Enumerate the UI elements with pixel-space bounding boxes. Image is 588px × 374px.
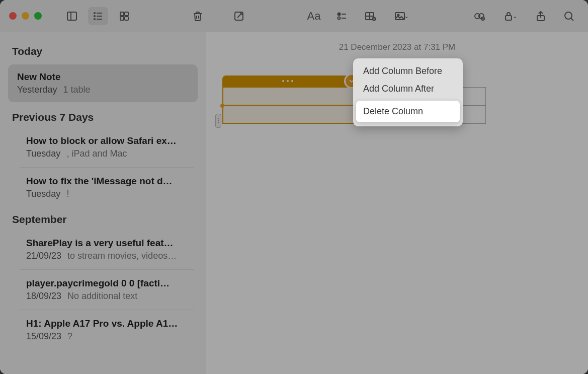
menu-item-add-column-after[interactable]: Add Column After xyxy=(353,80,463,98)
svg-point-4 xyxy=(94,16,95,17)
svg-point-2 xyxy=(94,13,95,14)
svg-point-30 xyxy=(565,12,572,19)
row-resize-dot[interactable] xyxy=(220,104,224,108)
note-timestamp: 21 December 2023 at 7:31 PM xyxy=(206,42,588,52)
main-content: Today New Note Yesterday 1 table Previou… xyxy=(0,32,588,374)
checklist-icon xyxy=(336,10,348,22)
notes-app-window: Aa ⌄ ⌄ xyxy=(0,0,588,374)
grid-icon xyxy=(118,10,130,22)
search-icon xyxy=(563,10,575,22)
note-meta: Yesterday 1 table xyxy=(17,85,189,95)
new-note-button[interactable] xyxy=(229,7,249,25)
minimize-window-button[interactable] xyxy=(22,12,29,20)
window-controls xyxy=(9,12,42,20)
svg-rect-8 xyxy=(120,12,124,16)
media-button[interactable]: ⌄ xyxy=(388,7,414,25)
link-icon xyxy=(473,10,485,22)
delete-note-button[interactable] xyxy=(188,7,208,25)
toolbar: Aa ⌄ ⌄ xyxy=(0,0,588,32)
share-icon xyxy=(535,10,547,22)
list-view-button[interactable] xyxy=(88,7,108,25)
chevron-down-icon: ⌄ xyxy=(513,13,518,20)
svg-rect-28 xyxy=(506,16,512,20)
close-window-button[interactable] xyxy=(9,12,17,20)
search-button[interactable] xyxy=(559,7,579,25)
note-card-selected[interactable]: New Note Yesterday 1 table xyxy=(8,64,198,102)
format-button[interactable]: Aa xyxy=(304,7,324,25)
chevron-down-icon: ⌄ xyxy=(404,13,409,20)
note-row[interactable]: How to block or allow Safari ex… Tuesday… xyxy=(20,127,194,168)
grid-view-button[interactable] xyxy=(114,7,134,25)
note-title: New Note xyxy=(17,71,189,83)
row-handle[interactable] xyxy=(215,114,221,128)
section-header-september: September xyxy=(0,207,206,230)
note-row[interactable]: How to fix the 'iMessage not d… Tuesday! xyxy=(20,168,194,207)
column-selection-handle[interactable] xyxy=(222,76,353,87)
note-row[interactable]: H1: Apple A17 Pro vs. Apple A1… 15/09/23… xyxy=(20,310,194,350)
section-header-previous: Previous 7 Days xyxy=(0,105,206,127)
svg-point-6 xyxy=(94,19,95,20)
trash-icon xyxy=(192,10,204,22)
list-icon xyxy=(92,10,104,22)
link-button[interactable] xyxy=(469,7,489,25)
svg-rect-11 xyxy=(125,17,128,20)
svg-point-17 xyxy=(338,17,341,19)
svg-rect-0 xyxy=(67,12,76,20)
note-row[interactable]: player.paycrimegold 0 0 [facti… 18/09/23… xyxy=(20,270,194,310)
share-button[interactable] xyxy=(531,7,551,25)
svg-point-15 xyxy=(338,13,341,15)
column-context-menu: Add Column Before Add Column After Delet… xyxy=(353,58,463,126)
sidebar-icon xyxy=(66,10,78,22)
svg-rect-10 xyxy=(120,17,124,20)
sidebar-toggle-button[interactable] xyxy=(62,7,82,25)
lock-button[interactable]: ⌄ xyxy=(497,7,523,25)
svg-line-31 xyxy=(571,18,573,21)
svg-rect-9 xyxy=(125,12,128,16)
section-header-today: Today xyxy=(0,39,206,61)
maximize-window-button[interactable] xyxy=(34,12,42,20)
note-row[interactable]: SharePlay is a very useful feat… 21/09/2… xyxy=(20,230,194,270)
compose-icon xyxy=(233,10,245,22)
table-cell[interactable] xyxy=(223,87,354,105)
table-icon xyxy=(364,10,376,22)
menu-item-delete-column[interactable]: Delete Column xyxy=(356,101,460,122)
checklist-button[interactable] xyxy=(332,7,352,25)
menu-item-add-column-before[interactable]: Add Column Before xyxy=(353,62,463,80)
table-button[interactable] xyxy=(360,7,380,25)
table-cell[interactable] xyxy=(223,105,354,123)
notes-sidebar[interactable]: Today New Note Yesterday 1 table Previou… xyxy=(0,32,206,374)
